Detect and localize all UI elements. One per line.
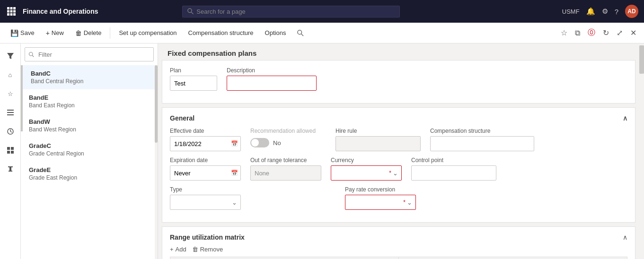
svg-rect-2 xyxy=(13,7,16,9)
list-item[interactable]: GradeC Grade Central Region xyxy=(21,138,158,162)
control-point-field: Control point xyxy=(411,157,496,181)
filter-wrap xyxy=(25,47,154,61)
plan-input[interactable] xyxy=(170,76,217,91)
svg-rect-24 xyxy=(8,166,13,167)
setup-compensation-button[interactable]: Set up compensation xyxy=(114,26,181,39)
nav-right: USMF 🔔 ⚙ ? AD xyxy=(562,5,638,18)
user-label: USMF xyxy=(562,8,580,15)
search-input[interactable] xyxy=(196,8,395,15)
svg-marker-13 xyxy=(7,53,14,59)
hire-rule-input[interactable] xyxy=(335,136,421,151)
effective-date-input[interactable] xyxy=(170,136,241,151)
general-row-3: Type ⌄ Pay rate conversion xyxy=(170,186,627,210)
col-increase: Increase modifi... xyxy=(399,257,627,259)
general-section: General ∧ Effective date 📅 Recommendatio… xyxy=(162,107,635,223)
calendar-icon[interactable]: 📅 xyxy=(231,140,238,147)
svg-rect-20 xyxy=(7,147,10,150)
list-item[interactable]: BandC Band Central Region xyxy=(21,65,158,89)
svg-line-28 xyxy=(32,55,34,57)
save-icon: 💾 xyxy=(10,29,18,37)
remove-button[interactable]: 🗑 Remove xyxy=(192,246,223,253)
type-spacer xyxy=(250,186,326,210)
plan-input-wrap xyxy=(170,76,217,91)
svg-rect-3 xyxy=(7,10,9,13)
detail-header: Fixed compensation plans xyxy=(158,43,639,60)
detach-icon[interactable]: ⧉ xyxy=(573,27,582,39)
scrollbar-thumb xyxy=(639,45,644,74)
range-section: Range utilization matrix ∧ + Add 🗑 Remov… xyxy=(162,226,635,259)
svg-rect-23 xyxy=(11,151,14,154)
settings-icon[interactable]: ⚙ xyxy=(602,7,608,16)
remove-icon: 🗑 xyxy=(192,246,198,253)
list-item[interactable]: BandE Band East Region xyxy=(21,89,158,113)
search-bar[interactable] xyxy=(182,6,400,17)
type-field: Type ⌄ xyxy=(170,186,241,210)
close-icon[interactable]: ✕ xyxy=(628,26,638,39)
tolerance-input[interactable] xyxy=(250,165,321,181)
collapse-icon[interactable]: ∧ xyxy=(623,114,627,122)
comp-structure-field: Compensation structure xyxy=(430,128,534,151)
expiry-date-input[interactable] xyxy=(170,165,241,181)
required-marker: * xyxy=(389,170,391,176)
pay-rate-required: * xyxy=(403,199,406,206)
recommendation-toggle[interactable] xyxy=(250,138,269,147)
type-select[interactable] xyxy=(170,195,241,210)
maximize-icon[interactable]: ⤢ xyxy=(615,26,625,39)
description-input[interactable] xyxy=(227,76,317,91)
expiry-date-label: Expiration date xyxy=(170,157,241,164)
svg-rect-8 xyxy=(13,13,16,16)
expiry-calendar-icon[interactable]: 📅 xyxy=(231,170,238,176)
svg-line-19 xyxy=(10,131,12,132)
hire-rule-label: Hire rule xyxy=(335,128,421,134)
effective-date-label: Effective date xyxy=(170,128,241,134)
home-icon[interactable]: ⌂ xyxy=(2,66,19,83)
plan-label: Plan xyxy=(170,67,217,74)
add-button[interactable]: + Add xyxy=(170,246,186,253)
compensation-structure-button[interactable]: Compensation structure xyxy=(184,26,258,39)
svg-point-9 xyxy=(188,9,192,12)
control-point-input[interactable] xyxy=(411,165,496,181)
list-item[interactable]: GradeE Grade East Region xyxy=(21,162,158,186)
filter-sidebar-icon[interactable] xyxy=(2,47,19,64)
svg-rect-6 xyxy=(7,13,9,16)
list-icon[interactable] xyxy=(2,104,19,121)
grid-icon[interactable] xyxy=(2,142,19,159)
refresh-icon[interactable]: ↻ xyxy=(601,26,611,39)
pin-icon[interactable] xyxy=(2,161,19,178)
description-field: Description xyxy=(227,67,317,91)
notification-icon[interactable]: 🔔 xyxy=(586,7,595,16)
waffle-menu[interactable] xyxy=(6,6,17,17)
main-layout: ⌂ ☆ BandC Band Central Region xyxy=(0,43,644,259)
tolerance-label: Out of range tolerance xyxy=(250,157,321,164)
currency-select-wrap: ⌄ * xyxy=(331,165,402,181)
clock-icon[interactable] xyxy=(2,123,19,140)
add-icon: + xyxy=(170,246,174,253)
help-icon[interactable]: ? xyxy=(615,8,618,16)
toolbar-right: ☆ ⧉ ⓪ ↻ ⤢ ✕ xyxy=(559,26,638,40)
type-select-wrap: ⌄ xyxy=(170,195,241,210)
list-item[interactable]: BandW Band West Region xyxy=(21,113,158,138)
side-icons: ⌂ ☆ xyxy=(0,43,21,259)
delete-button[interactable]: 🗑 Delete xyxy=(71,26,106,40)
rec-allowed-label: Recommendation allowed xyxy=(250,128,326,134)
svg-rect-15 xyxy=(7,112,14,113)
recommendation-allowed-field: Recommendation allowed No xyxy=(250,128,326,151)
save-button[interactable]: 💾 Save xyxy=(6,26,39,40)
plan-desc-row: Plan Description xyxy=(170,67,627,91)
type-label: Type xyxy=(170,186,241,193)
star-icon[interactable]: ☆ xyxy=(2,85,19,102)
general-row-2: Expiration date 📅 Out of range tolerance… xyxy=(170,157,627,181)
favorites-icon[interactable]: ☆ xyxy=(559,26,569,39)
new-button[interactable]: + New xyxy=(41,26,69,40)
range-collapse-icon[interactable]: ∧ xyxy=(623,233,627,241)
general-row-1: Effective date 📅 Recommendation allowed … xyxy=(170,128,627,151)
detail-scrollbar[interactable] xyxy=(639,43,644,259)
comp-structure-input[interactable] xyxy=(430,136,534,151)
filter-input[interactable] xyxy=(25,47,154,61)
options-button[interactable]: Options xyxy=(260,26,291,39)
user-avatar[interactable]: AD xyxy=(625,5,638,18)
svg-rect-1 xyxy=(10,7,13,9)
effective-date-field: Effective date 📅 xyxy=(170,128,241,151)
search-toolbar-button[interactable] xyxy=(292,27,309,39)
effective-date-wrap: 📅 xyxy=(170,136,241,151)
